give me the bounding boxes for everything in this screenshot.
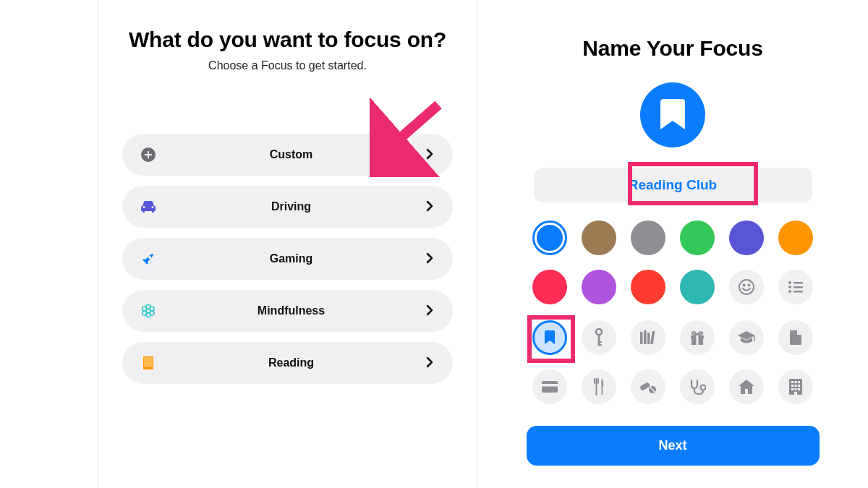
svg-rect-46 <box>798 385 800 387</box>
focus-option-mindfulness[interactable]: Mindfulness <box>122 290 453 332</box>
chevron-right-icon <box>426 356 435 369</box>
svg-rect-19 <box>793 286 803 288</box>
svg-point-16 <box>788 281 791 284</box>
svg-point-18 <box>788 286 791 288</box>
focus-option-driving[interactable]: Driving <box>122 186 453 228</box>
svg-point-13 <box>739 280 754 294</box>
svg-rect-26 <box>640 332 643 344</box>
svg-rect-50 <box>794 392 797 395</box>
color-swatch-orange[interactable] <box>778 221 813 255</box>
focus-option-label: Driving <box>156 200 426 213</box>
svg-point-9 <box>150 311 154 315</box>
svg-point-6 <box>142 307 147 311</box>
color-swatch-teal[interactable] <box>680 270 715 304</box>
rocket-icon <box>140 251 156 267</box>
glyph-fork-knife-icon[interactable] <box>582 369 616 404</box>
svg-rect-49 <box>798 388 800 390</box>
focus-option-label: Mindfulness <box>156 304 426 317</box>
svg-point-22 <box>596 329 602 335</box>
focus-picker-pane: What do you want to focus on? Choose a F… <box>98 0 477 488</box>
glyph-stethoscope-icon[interactable] <box>680 369 715 404</box>
customize-grid <box>527 221 820 404</box>
svg-point-8 <box>142 311 147 315</box>
next-button[interactable]: Next <box>527 426 820 466</box>
color-swatch-brown[interactable] <box>582 221 616 255</box>
glyph-file-icon[interactable] <box>778 320 813 355</box>
glyph-books-icon[interactable] <box>631 320 665 355</box>
flower-icon <box>140 303 156 319</box>
car-icon <box>140 199 156 215</box>
svg-rect-23 <box>598 335 600 346</box>
chevron-right-icon <box>426 200 435 213</box>
svg-rect-24 <box>598 341 602 343</box>
svg-rect-35 <box>542 384 558 387</box>
color-swatch-blue[interactable] <box>532 221 567 255</box>
focus-option-reading[interactable]: Reading <box>122 342 453 384</box>
svg-rect-32 <box>697 335 699 345</box>
color-swatch-green[interactable] <box>680 221 715 255</box>
svg-point-20 <box>788 290 791 293</box>
chevron-right-icon <box>426 252 435 265</box>
focus-option-label: Reading <box>156 356 426 369</box>
svg-rect-45 <box>795 385 797 387</box>
focus-preview-icon <box>640 82 705 147</box>
color-swatch-purple[interactable] <box>582 270 616 304</box>
glyph-bookmark-icon[interactable] <box>532 320 567 355</box>
glyph-house-icon[interactable] <box>729 369 764 404</box>
glyph-graduation-icon[interactable] <box>729 320 764 355</box>
chevron-right-icon <box>426 304 435 317</box>
page-title: Name Your Focus <box>477 36 868 61</box>
more-icons-button[interactable] <box>778 270 813 304</box>
svg-rect-41 <box>791 381 793 383</box>
focus-option-label: Gaming <box>156 252 426 265</box>
svg-point-15 <box>749 285 750 286</box>
svg-rect-11 <box>144 357 153 367</box>
emoji-picker-button[interactable] <box>729 270 764 304</box>
color-swatch-indigo[interactable] <box>729 221 764 255</box>
svg-rect-47 <box>791 388 793 390</box>
focus-options-list: Custom Driving Gaming <box>120 134 455 384</box>
svg-point-14 <box>744 285 745 286</box>
svg-rect-28 <box>647 333 650 344</box>
svg-rect-21 <box>793 291 803 293</box>
next-button-label: Next <box>658 438 686 453</box>
plus-circle-icon <box>140 147 156 163</box>
svg-rect-48 <box>795 388 797 390</box>
svg-rect-34 <box>542 381 558 393</box>
svg-rect-2 <box>145 154 152 155</box>
glyph-picker <box>527 320 820 404</box>
color-swatch-red[interactable] <box>631 270 665 304</box>
svg-rect-27 <box>644 330 647 344</box>
svg-point-39 <box>701 385 706 390</box>
glyph-building-icon[interactable] <box>778 369 813 404</box>
svg-rect-42 <box>795 381 797 383</box>
glyph-pills-icon[interactable] <box>631 369 665 404</box>
focus-option-label: Custom <box>156 148 426 161</box>
focus-option-custom[interactable]: Custom <box>122 134 453 176</box>
svg-point-7 <box>150 307 154 311</box>
svg-rect-17 <box>793 282 803 284</box>
svg-rect-43 <box>798 381 800 383</box>
focus-option-gaming[interactable]: Gaming <box>122 238 453 280</box>
color-swatch-grey[interactable] <box>631 221 665 255</box>
name-focus-pane: Name Your Focus Reading Club <box>477 0 868 488</box>
chevron-right-icon <box>426 148 435 161</box>
page-subtitle: Choose a Focus to get started. <box>120 59 455 72</box>
focus-name-value: Reading Club <box>629 177 717 193</box>
glyph-key-icon[interactable] <box>582 320 616 355</box>
glyph-gift-icon[interactable] <box>680 320 715 355</box>
page-title: What do you want to focus on? <box>120 27 455 52</box>
book-icon <box>140 355 156 371</box>
svg-rect-29 <box>650 331 655 344</box>
color-picker <box>527 221 820 304</box>
focus-name-input[interactable]: Reading Club <box>534 168 812 202</box>
svg-rect-44 <box>791 385 793 387</box>
glyph-creditcard-icon[interactable] <box>532 369 567 404</box>
color-swatch-pink[interactable] <box>532 270 567 304</box>
svg-rect-25 <box>598 344 602 346</box>
svg-rect-33 <box>754 335 755 341</box>
